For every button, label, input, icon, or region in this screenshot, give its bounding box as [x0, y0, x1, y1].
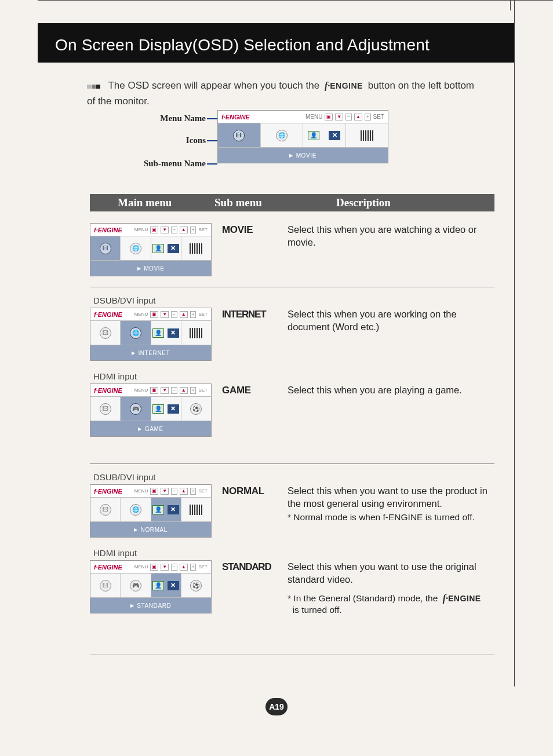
thumb-standard-footer: STANDARD	[137, 602, 171, 609]
thumb-game: f∙ENGINEMENU▣▼−▲+SET 🎞 🎮 👤✕ ⚽ ▶GAME	[90, 384, 212, 437]
osd-header: f∙ENGINE MENU▣ ▼− ▲+ SET	[218, 111, 388, 123]
up-key-icon: ▲	[354, 114, 362, 120]
page-border-top	[38, 0, 553, 2]
sub-movie: MOVIE	[222, 223, 277, 236]
desc-standard-text: Select this when you want to use the ori…	[288, 561, 476, 585]
row-normal-standard: DSUB/DVI input f∙ENGINEMENU▣▼−▲+SET 🎞 🌐 …	[90, 472, 494, 616]
intro-part-1: The OSD screen will appear when you touc…	[108, 80, 319, 91]
thumb-standard: f∙ENGINEMENU▣▼−▲+SET 🎞 🎮 👤✕ ⚽ ▶STANDARD	[90, 560, 212, 613]
thumb-internet: f∙ENGINEMENU▣▼−▲+SET 🎞 🌐 👤✕ ▶INTERNET	[90, 308, 212, 361]
label-hdmi: HDMI input	[93, 371, 494, 381]
connector-line	[207, 118, 217, 119]
osd-footer-text: MOVIE	[296, 152, 316, 159]
demo-icon	[346, 123, 388, 147]
desc-standard: Select this when you want to use the ori…	[288, 560, 494, 616]
connector-line	[207, 140, 217, 141]
note-standard: * In the General (Standard) mode, the f∙…	[288, 592, 494, 617]
label-hdmi-2: HDMI input	[93, 548, 494, 558]
row-internet-game: DSUB/DVI input f∙ENGINEMENU▣▼−▲+SET 🎞 🌐 …	[90, 295, 494, 437]
row-movie: f∙ENGINEMENU▣▼−▲+SET 🎞 🌐 👤✕ ▶MOVIE MOVIE…	[90, 223, 494, 276]
internet-icon: 🌐	[261, 123, 304, 147]
desc-normal: Select this when you want to use the pro…	[288, 484, 494, 523]
note-normal: * Normal mode is when f-ENGINE is turned…	[288, 512, 494, 524]
osd-preview-main: f∙ENGINE MENU▣ ▼− ▲+ SET 🎞 🌐 👤✕ ▶MOVIE	[217, 110, 388, 163]
divider	[90, 463, 494, 464]
normal-icon: ✕	[324, 123, 345, 147]
thumb-game-footer: GAME	[145, 426, 163, 432]
minus-key-icon: −	[345, 114, 352, 120]
menu-key-icon: ▣	[325, 114, 333, 120]
desc-normal-text: Select this when you want to use the pro…	[288, 485, 487, 509]
desc-game: Select this when you are playing a game.	[288, 384, 494, 396]
osd-footer: ▶MOVIE	[218, 148, 388, 163]
label-menu-name: Menu Name	[160, 114, 206, 123]
label-icons: Icons	[186, 136, 206, 145]
label-sub-menu-name: Sub-menu Name	[144, 159, 206, 169]
divider	[90, 655, 494, 655]
note-standard-1: * In the General (Standard) mode, the	[288, 593, 438, 603]
col-description: Description	[290, 196, 494, 209]
user-icon: 👤	[303, 123, 324, 147]
col-sub-menu: Sub menu	[214, 196, 290, 209]
intro-text: The OSD screen will appear when you touc…	[87, 78, 483, 109]
page-number: A19	[265, 698, 288, 715]
col-main-menu: Main menu	[90, 196, 214, 209]
osd-title: f∙ENGINE	[221, 114, 250, 120]
desc-movie: Select this when you are watching a vide…	[288, 223, 494, 249]
page-border-right	[514, 0, 515, 686]
osd-set-label: SET	[373, 114, 384, 120]
fengine-button-label: f∙ENGINE	[322, 81, 365, 90]
page-title: On Screen Display(OSD) Selection and Adj…	[55, 36, 430, 54]
page-tick	[510, 0, 511, 10]
split-cell: 👤✕	[303, 123, 346, 147]
down-key-icon: ▼	[335, 114, 343, 120]
osd-menu-label: MENU	[305, 114, 322, 120]
thumb-internet-footer: INTERNET	[138, 350, 170, 356]
table-header: Main menu Sub menu Description	[90, 194, 494, 211]
triangle-icon: ▶	[289, 153, 293, 158]
page-title-bar: On Screen Display(OSD) Selection and Adj…	[38, 23, 514, 63]
osd-icons-row: 🎞 🌐 👤✕	[218, 123, 388, 148]
divider	[90, 287, 494, 287]
label-dsub-dvi-2: DSUB/DVI input	[93, 472, 494, 482]
movie-icon: 🎞	[218, 123, 261, 147]
sub-standard: STANDARD	[222, 560, 277, 573]
fengine-inline-icon: f∙ENGINE	[441, 593, 481, 603]
thumb-movie-footer: MOVIE	[144, 265, 164, 272]
thumb-movie: f∙ENGINEMENU▣▼−▲+SET 🎞 🌐 👤✕ ▶MOVIE	[90, 223, 212, 276]
thumb-normal: f∙ENGINEMENU▣▼−▲+SET 🎞 🌐 👤✕ ▶NORMAL	[90, 484, 212, 538]
bullet-icon	[87, 78, 101, 93]
sub-game: GAME	[222, 384, 277, 396]
thumb-normal-footer: NORMAL	[141, 527, 168, 533]
sub-internet: INTERNET	[222, 308, 277, 320]
plus-key-icon: +	[365, 114, 371, 120]
sub-normal: NORMAL	[222, 484, 277, 497]
desc-internet: Select this when you are working on the …	[288, 308, 494, 334]
label-dsub-dvi: DSUB/DVI input	[93, 295, 494, 305]
note-standard-3: is turned off.	[293, 605, 342, 615]
connector-line	[207, 163, 217, 165]
